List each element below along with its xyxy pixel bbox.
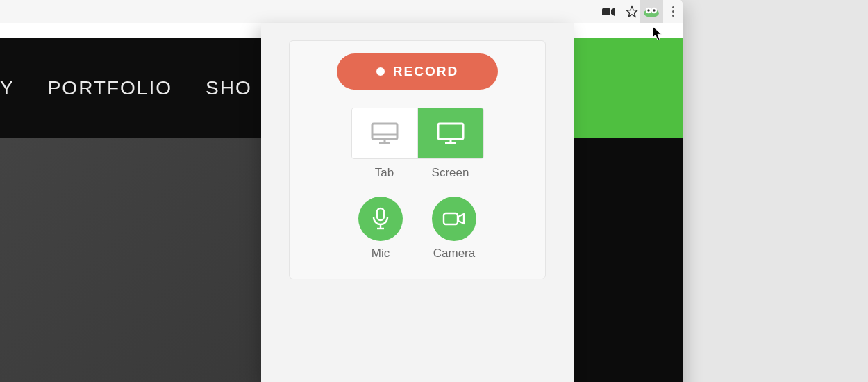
tab-option-label: Tab: [351, 166, 417, 180]
nav-item[interactable]: Y: [0, 77, 15, 99]
svg-point-5: [653, 9, 655, 11]
camera-toggle[interactable]: [432, 197, 476, 241]
screen-monitor-icon: [434, 119, 467, 147]
camera-toggle-label: Camera: [432, 247, 476, 260]
record-button[interactable]: RECORD: [337, 53, 498, 90]
extension-logo-icon: [643, 6, 660, 18]
record-button-label: RECORD: [393, 64, 458, 79]
extension-popup: RECORD: [261, 23, 574, 382]
svg-rect-0: [602, 8, 610, 15]
browser-window: Y PORTFOLIO SHO RECORD: [0, 0, 683, 382]
nav-item[interactable]: PORTFOLIO: [48, 77, 172, 99]
three-dots-icon: [672, 6, 674, 17]
bookmark-star-icon[interactable]: [624, 4, 640, 19]
tab-monitor-icon: [368, 119, 401, 147]
record-panel: RECORD: [289, 40, 546, 279]
extension-button[interactable]: [640, 0, 663, 23]
mic-toggle-label: Mic: [358, 247, 403, 260]
screen-option-label: Screen: [417, 166, 483, 180]
camera-icon: [442, 210, 466, 227]
microphone-icon: [370, 207, 391, 231]
svg-point-4: [647, 9, 649, 11]
source-tab-option[interactable]: [352, 108, 418, 158]
source-selector: [351, 108, 484, 159]
recording-indicator-icon[interactable]: [601, 4, 616, 19]
svg-rect-6: [372, 124, 397, 139]
browser-menu-button[interactable]: [663, 0, 683, 23]
browser-toolbar: [0, 0, 683, 24]
svg-rect-10: [438, 124, 463, 139]
nav-item[interactable]: SHO: [206, 77, 252, 99]
source-screen-option[interactable]: [418, 108, 483, 158]
svg-rect-13: [377, 208, 384, 220]
record-dot-icon: [376, 67, 385, 76]
svg-rect-16: [444, 213, 458, 224]
mic-toggle[interactable]: [358, 197, 403, 241]
